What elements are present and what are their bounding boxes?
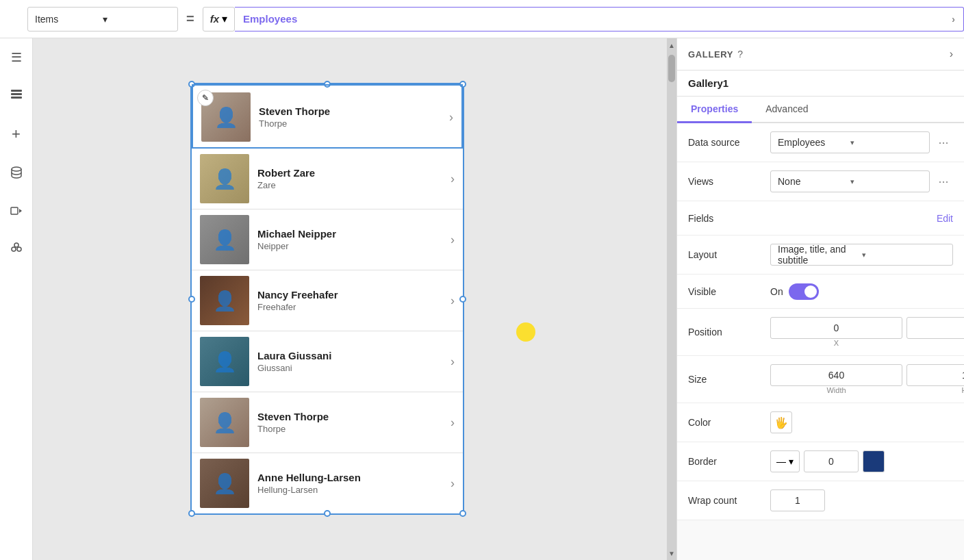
border-line-icon: — (776, 456, 786, 467)
svg-point-6 (12, 247, 16, 251)
tools-icon[interactable] (4, 237, 29, 262)
database-icon[interactable] (4, 160, 29, 185)
data-source-more-icon[interactable]: ··· (934, 133, 953, 152)
tab-properties[interactable]: Properties (677, 97, 752, 123)
position-pair-inputs (770, 317, 964, 339)
size-width-input[interactable] (770, 364, 902, 386)
avatar-3: 👤 (200, 215, 249, 264)
data-source-value: Employees ▾ ··· (770, 131, 953, 153)
prop-layout: Layout Image, title, and subtitle ▾ (677, 236, 964, 275)
item-sub-3: Neipper (257, 241, 451, 251)
size-height-label: Height (906, 386, 964, 394)
size-width-label: Width (770, 386, 902, 394)
panel-header: GALLERY ? › (677, 38, 964, 71)
scroll-thumb[interactable] (668, 55, 675, 82)
formula-bar[interactable]: Employees › (235, 7, 964, 31)
canvas-area: ▲ ▼ ✎ 👤 Steven Thorpe (33, 38, 676, 560)
data-source-label: Data source (688, 137, 770, 148)
equals-sign: = (186, 11, 194, 27)
left-sidebar: ☰ + (0, 38, 33, 560)
canvas-scrollbar[interactable]: ▲ ▼ (667, 38, 676, 560)
scroll-up-icon[interactable]: ▲ (667, 38, 676, 52)
size-value: Width Height (770, 364, 964, 394)
fields-edit-link[interactable]: Edit (937, 213, 953, 224)
layout-chevron-icon: ▾ (862, 251, 946, 259)
layout-dropdown-text: Image, title, and subtitle (778, 244, 862, 266)
position-label: Position (688, 327, 770, 338)
views-dropdown[interactable]: None ▾ (770, 170, 930, 192)
views-label: Views (688, 176, 770, 187)
gallery-item-1[interactable]: ✎ 👤 Steven Thorpe Thorpe › (192, 84, 463, 149)
gallery-item-5[interactable]: 👤 Laura Giussani Giussani › (192, 331, 463, 392)
panel-body: Data source Employees ▾ ··· Views None ▾ (677, 123, 964, 560)
svg-marker-5 (19, 209, 22, 213)
fields-label: Fields (688, 213, 770, 224)
border-style-dropdown[interactable]: — ▾ (770, 450, 800, 472)
panel-tabs: Properties Advanced (677, 97, 964, 123)
panel-title: GALLERY (688, 49, 733, 60)
items-dropdown[interactable]: Items ▾ (27, 7, 178, 31)
item-name-6: Steven Thorpe (257, 411, 451, 422)
tab-advanced[interactable]: Advanced (752, 97, 822, 123)
layers-icon[interactable] (4, 84, 29, 108)
media-icon[interactable] (4, 199, 29, 223)
data-source-dropdown[interactable]: Employees ▾ (770, 131, 930, 153)
views-dropdown-text: None (778, 176, 850, 187)
size-height-input[interactable] (906, 364, 964, 386)
item-name-2: Robert Zare (257, 167, 451, 179)
menu-icon[interactable]: ☰ (4, 45, 29, 70)
position-x-label: X (770, 339, 902, 347)
item-sub-6: Thorpe (257, 424, 451, 434)
gallery-item-4[interactable]: 👤 Nancy Freehafer Freehafer › (192, 270, 463, 331)
views-more-icon[interactable]: ··· (934, 172, 953, 191)
color-swatch[interactable]: 🖐 (770, 411, 792, 433)
visible-toggle-switch[interactable] (789, 283, 819, 300)
fx-button[interactable]: fx ▾ (203, 7, 235, 31)
add-icon[interactable]: + (4, 122, 29, 147)
position-x-input[interactable] (770, 317, 902, 339)
item-info-6: Steven Thorpe Thorpe (257, 411, 451, 434)
visible-toggle-label: On (770, 286, 783, 297)
item-sub-2: Zare (257, 180, 451, 190)
border-width-input[interactable] (804, 450, 859, 472)
layout-value: Image, title, and subtitle ▾ (770, 244, 953, 266)
gallery-item-2[interactable]: 👤 Robert Zare Zare › (192, 149, 463, 209)
gallery-item-7[interactable]: 👤 Anne Hellung-Larsen Hellung-Larsen › (192, 453, 463, 513)
fields-value: Edit (770, 213, 953, 224)
help-icon[interactable]: ? (737, 49, 743, 60)
wrap-count-label: Wrap count (688, 495, 770, 506)
panel-expand-icon[interactable]: › (950, 48, 953, 60)
item-chevron-2: › (451, 172, 455, 186)
cursor (516, 322, 535, 342)
svg-point-3 (12, 167, 21, 171)
layout-dropdown[interactable]: Image, title, and subtitle ▾ (770, 244, 953, 266)
position-inputs: X Y (770, 317, 964, 347)
item-chevron-4: › (451, 294, 455, 308)
border-row: — ▾ (770, 450, 953, 472)
wrap-count-input[interactable] (770, 489, 825, 511)
prop-position: Position X Y (677, 309, 964, 356)
border-value: — ▾ (770, 450, 953, 472)
prop-fields: Fields Edit (677, 201, 964, 236)
item-name-3: Michael Neipper (257, 228, 451, 240)
items-chevron-icon: ▾ (103, 14, 170, 25)
item-chevron-6: › (451, 416, 455, 430)
scroll-down-icon[interactable]: ▼ (667, 546, 676, 560)
color-value: 🖐 (770, 411, 953, 433)
edit-icon[interactable]: ✎ (197, 90, 214, 106)
svg-rect-1 (11, 97, 22, 99)
border-color-swatch[interactable] (863, 450, 885, 472)
item-chevron-5: › (451, 355, 455, 369)
avatar-2: 👤 (200, 154, 249, 203)
prop-wrap-count: Wrap count (677, 481, 964, 520)
gallery-item-3[interactable]: 👤 Michael Neipper Neipper › (192, 209, 463, 270)
data-source-dropdown-text: Employees (778, 137, 850, 148)
position-y-input[interactable] (906, 317, 964, 339)
item-name-7: Anne Hellung-Larsen (257, 472, 451, 483)
item-info-1: Steven Thorpe Thorpe (259, 105, 449, 129)
item-chevron-3: › (451, 233, 455, 247)
gallery-widget: ✎ 👤 Steven Thorpe Thorpe › 👤 Robert Zare… (190, 83, 464, 515)
gallery-item-6[interactable]: 👤 Steven Thorpe Thorpe › (192, 392, 463, 453)
fx-chevron-icon: ▾ (222, 12, 227, 25)
visible-label: Visible (688, 286, 770, 297)
